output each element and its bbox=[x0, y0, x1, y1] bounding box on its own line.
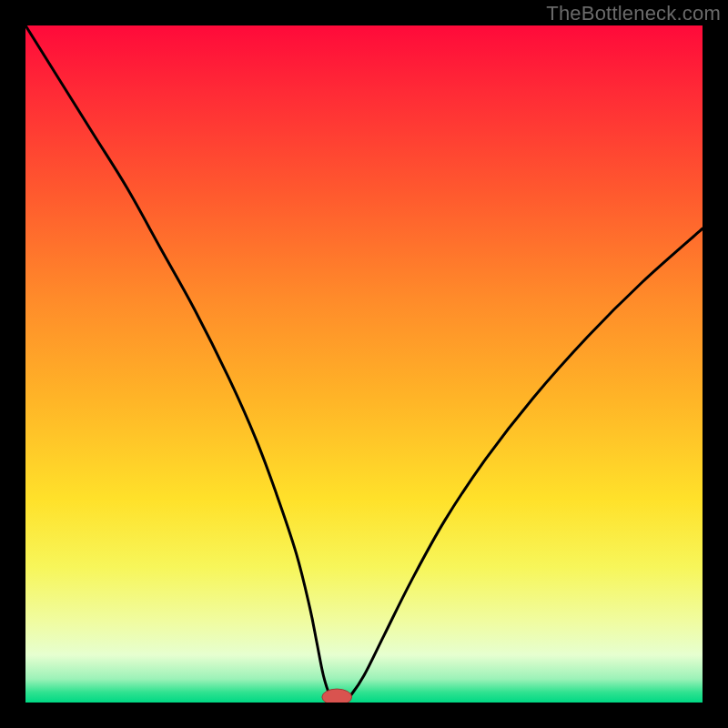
plot-area bbox=[25, 25, 703, 703]
watermark-text: TheBottleneck.com bbox=[546, 2, 721, 25]
chart-frame: TheBottleneck.com bbox=[0, 0, 728, 728]
minimum-marker bbox=[322, 689, 352, 703]
bottleneck-chart bbox=[25, 25, 703, 703]
gradient-background bbox=[25, 25, 703, 703]
